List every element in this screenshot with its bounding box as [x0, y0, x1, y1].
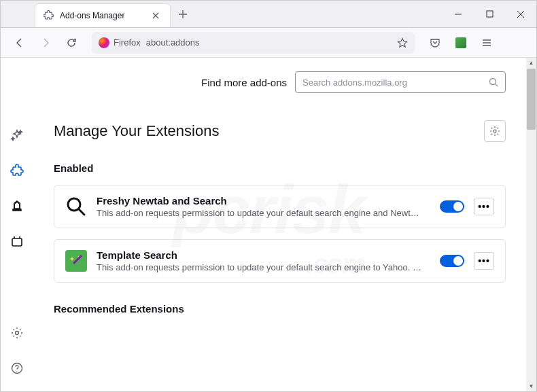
close-button[interactable]: [505, 1, 536, 27]
search-addons-input[interactable]: Search addons.mozilla.org: [295, 71, 506, 93]
minimize-button[interactable]: [443, 1, 474, 27]
close-icon[interactable]: [150, 10, 162, 22]
svg-point-3: [16, 332, 19, 335]
page-title: Manage Your Extensions: [54, 122, 484, 140]
extension-icon-magnify: [65, 196, 87, 217]
new-tab-button[interactable]: [171, 1, 195, 27]
scroll-up-button[interactable]: ▲: [526, 58, 536, 68]
extension-card[interactable]: Template Search This add-on requests per…: [54, 239, 506, 283]
titlebar: Add-ons Manager: [1, 1, 536, 28]
gear-icon: [489, 126, 500, 137]
svg-rect-2: [12, 238, 22, 246]
window: Add-ons Manager: [0, 0, 537, 392]
back-button[interactable]: [9, 32, 31, 54]
search-icon: [65, 196, 87, 217]
extension-button[interactable]: [450, 32, 472, 54]
section-enabled-title: Enabled: [54, 162, 506, 174]
puzzle-icon: [44, 10, 54, 21]
pocket-button[interactable]: [424, 32, 446, 54]
site-identity[interactable]: Firefox: [99, 37, 141, 48]
address-bar[interactable]: Firefox about:addons: [92, 32, 415, 54]
scrollbar[interactable]: ▲ ▼: [526, 58, 536, 391]
find-more-label: Find more add-ons: [201, 77, 287, 88]
sidebar-settings[interactable]: [7, 323, 27, 342]
menu-button[interactable]: [476, 32, 498, 54]
sidebar-help[interactable]: [7, 359, 27, 378]
enable-toggle[interactable]: [440, 200, 464, 213]
sidebar-themes[interactable]: [7, 196, 27, 215]
header-row: Manage Your Extensions: [54, 120, 506, 142]
content-area: pcrisk.com Find: [1, 58, 536, 391]
extension-description: This add-on requests permission to updat…: [97, 208, 430, 218]
enable-toggle[interactable]: [440, 255, 464, 267]
tab-title: Add-ons Manager: [60, 11, 144, 20]
maximize-button[interactable]: [474, 1, 505, 27]
forward-button[interactable]: [35, 32, 56, 54]
extension-icon-template: [65, 250, 87, 272]
toolbar: Firefox about:addons: [1, 28, 536, 58]
reload-button[interactable]: [60, 32, 82, 54]
section-recommended-title: Recommended Extensions: [54, 303, 506, 315]
extension-description: This add-on requests permission to updat…: [97, 262, 430, 272]
page-settings-button[interactable]: [484, 120, 506, 142]
extension-body: Freshy Newtab and Search This add-on req…: [97, 195, 430, 218]
browser-tab[interactable]: Add-ons Manager: [35, 3, 171, 27]
find-addons-row: Find more add-ons Search addons.mozilla.…: [54, 71, 506, 93]
more-options-button[interactable]: •••: [474, 252, 494, 270]
extension-body: Template Search This add-on requests per…: [97, 249, 430, 272]
identity-label: Firefox: [114, 37, 141, 48]
extension-card[interactable]: Freshy Newtab and Search This add-on req…: [54, 185, 506, 228]
extension-name: Freshy Newtab and Search: [97, 195, 430, 207]
svg-point-6: [493, 130, 496, 132]
svg-rect-1: [13, 209, 21, 211]
sidebar-extensions[interactable]: [7, 161, 27, 180]
url-text: about:addons: [146, 37, 392, 48]
sidebar: [1, 58, 33, 391]
search-icon: [489, 77, 498, 87]
svg-point-5: [490, 79, 496, 85]
bookmark-star-icon[interactable]: [397, 37, 408, 48]
scroll-down-button[interactable]: ▼: [526, 381, 536, 391]
scroll-thumb[interactable]: [527, 69, 536, 130]
sidebar-recommendations[interactable]: [7, 126, 27, 145]
wand-icon: [69, 253, 84, 268]
firefox-logo-icon: [99, 37, 109, 48]
sidebar-plugins[interactable]: [7, 232, 27, 251]
more-options-button[interactable]: •••: [474, 198, 494, 215]
main-panel: Find more add-ons Search addons.mozilla.…: [33, 58, 526, 391]
extension-icon: [455, 37, 466, 48]
svg-rect-0: [487, 11, 493, 17]
extension-name: Template Search: [97, 249, 430, 261]
search-placeholder: Search addons.mozilla.org: [302, 77, 483, 88]
